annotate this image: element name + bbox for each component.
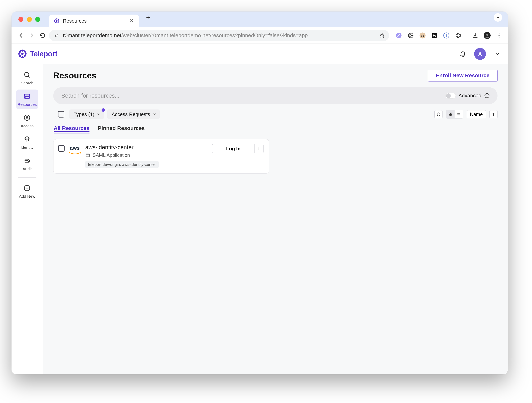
sidebar-item-search[interactable]: Search	[16, 68, 38, 88]
svg-point-15	[499, 37, 500, 38]
extension-4-icon[interactable]	[431, 32, 438, 39]
browser-toolbar: r0mant.teleportdemo.net/web/cluster/r0ma…	[12, 27, 508, 44]
reload-button[interactable]	[38, 31, 47, 40]
search-icon	[23, 71, 31, 79]
extension-2-icon[interactable]	[407, 32, 414, 39]
grid-view-button[interactable]	[446, 110, 455, 118]
svg-rect-24	[26, 117, 28, 119]
server-icon	[23, 93, 31, 100]
login-button[interactable]: Log In	[212, 144, 254, 153]
svg-rect-31	[449, 115, 450, 116]
resource-tabs: All Resources Pinned Resources	[54, 125, 498, 134]
sidebar-item-resources[interactable]: Resources	[16, 90, 38, 109]
minimize-window-icon[interactable]	[27, 17, 32, 22]
extension-icons	[395, 32, 502, 39]
resource-menu-button[interactable]	[254, 144, 264, 153]
notifications-icon[interactable]	[459, 50, 467, 58]
svg-point-22	[25, 97, 26, 98]
chrome-menu-icon[interactable]	[496, 32, 502, 39]
user-initial: A	[478, 51, 482, 57]
tab-favicon-icon	[54, 18, 60, 24]
address-bar[interactable]: r0mant.teleportdemo.net/web/cluster/r0ma…	[49, 30, 389, 41]
sidebar-item-audit[interactable]: Audit	[16, 154, 38, 173]
types-filter-label: Types (1)	[74, 111, 94, 117]
sort-direction-button[interactable]	[489, 110, 498, 118]
search-bar: Advanced	[53, 87, 498, 104]
sort-label: Name	[470, 112, 483, 117]
aws-logo-icon: aws	[68, 144, 82, 168]
sidebar-separator	[18, 177, 36, 178]
sidebar: Search Resources Access	[12, 64, 43, 374]
svg-rect-29	[449, 113, 450, 114]
site-settings-icon[interactable]	[53, 32, 59, 38]
maximize-window-icon[interactable]	[35, 17, 40, 22]
sidebar-item-label: Resources	[18, 102, 37, 107]
tab-all-resources[interactable]: All Resources	[54, 125, 89, 134]
sidebar-item-add-new[interactable]: Add New	[16, 181, 38, 201]
application-icon	[85, 153, 90, 158]
svg-rect-20	[25, 97, 29, 98]
new-tab-button[interactable]	[145, 14, 151, 21]
user-menu-chevron-icon[interactable]	[493, 50, 501, 58]
user-avatar[interactable]: A	[474, 48, 486, 60]
access-requests-button[interactable]: Access Requests	[107, 109, 160, 119]
forward-button[interactable]	[28, 31, 36, 40]
sidebar-item-access[interactable]: Access	[16, 111, 38, 131]
extension-1-icon[interactable]	[395, 32, 402, 39]
close-tab-icon[interactable]	[130, 18, 134, 23]
svg-point-1	[56, 20, 58, 22]
tab-pinned-resources[interactable]: Pinned Resources	[98, 125, 145, 134]
search-input[interactable]	[61, 92, 431, 99]
svg-point-12	[486, 34, 488, 36]
bookmark-icon[interactable]	[379, 32, 385, 38]
sort-button[interactable]: Name	[467, 110, 486, 118]
brand[interactable]: Teleport	[18, 50, 57, 58]
page-title: Resources	[53, 71, 96, 80]
chevron-down-icon	[152, 112, 157, 116]
resource-tag: teleport.dev/origin: aws-identity-center	[85, 161, 159, 168]
refresh-button[interactable]	[434, 110, 443, 118]
svg-point-21	[25, 95, 26, 95]
types-filter-button[interactable]: Types (1)	[69, 109, 104, 119]
svg-rect-19	[25, 94, 29, 96]
url-text: r0mant.teleportdemo.net/web/cluster/r0ma…	[63, 32, 376, 38]
brand-name: Teleport	[30, 50, 57, 58]
app-header: Teleport A	[12, 44, 508, 64]
extensions-menu-icon[interactable]	[455, 32, 462, 39]
enroll-resource-button[interactable]: Enroll New Resource	[428, 70, 498, 82]
downloads-icon[interactable]	[472, 32, 479, 39]
svg-point-34	[259, 147, 259, 148]
info-icon[interactable]	[484, 93, 490, 99]
tab-overflow-button[interactable]	[494, 13, 502, 22]
extension-5-icon[interactable]	[443, 32, 450, 39]
svg-point-17	[21, 53, 24, 55]
advanced-label: Advanced	[458, 93, 481, 99]
resource-card: aws aws-identity-center	[53, 139, 269, 173]
list-view-button[interactable]	[455, 110, 463, 118]
close-window-icon[interactable]	[18, 17, 23, 22]
svg-rect-32	[450, 115, 452, 116]
profile-avatar-icon[interactable]	[484, 32, 491, 39]
window-controls	[18, 17, 40, 22]
resource-checkbox[interactable]	[58, 145, 65, 152]
browser-tabstrip: Resources	[12, 12, 508, 27]
lock-icon	[23, 114, 31, 122]
svg-point-14	[499, 35, 500, 36]
extension-3-icon[interactable]	[419, 32, 426, 39]
select-all-checkbox[interactable]	[58, 111, 64, 117]
advanced-toggle[interactable]	[445, 93, 456, 99]
back-button[interactable]	[17, 31, 25, 40]
browser-window: Resources	[12, 12, 508, 374]
main-content: Resources Enroll New Resource Advanced	[43, 64, 508, 374]
svg-point-23	[24, 115, 30, 121]
browser-tab[interactable]: Resources	[49, 15, 139, 27]
sidebar-item-label: Access	[21, 124, 34, 128]
sidebar-item-identity[interactable]: Identity	[16, 133, 38, 152]
view-toggle	[446, 110, 463, 118]
resource-kind: SAML Application	[93, 153, 130, 158]
sidebar-item-label: Add New	[19, 194, 35, 199]
sidebar-item-label: Audit	[23, 166, 32, 171]
divider	[438, 90, 438, 102]
plus-circle-icon	[23, 185, 31, 192]
sidebar-item-label: Search	[21, 81, 33, 85]
